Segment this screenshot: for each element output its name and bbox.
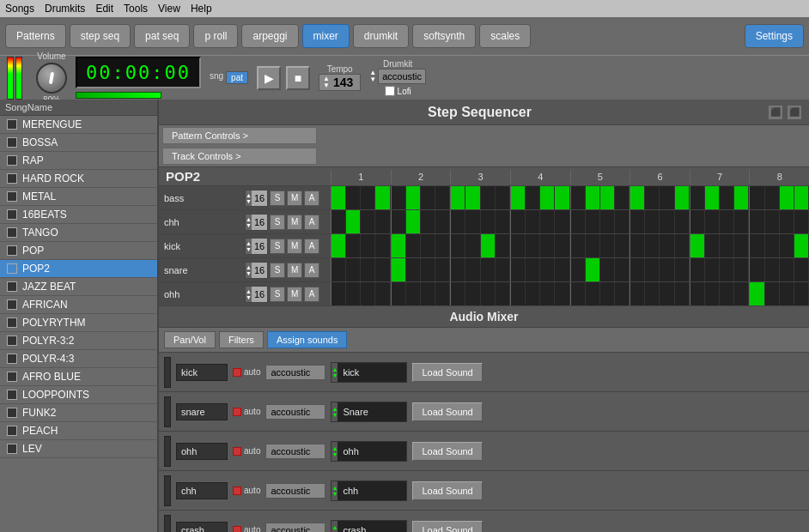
sound-up-snare[interactable]: ▲ bbox=[332, 406, 338, 412]
cell-4-10[interactable] bbox=[481, 282, 496, 305]
sidebar-item-pop2[interactable]: POP2 bbox=[0, 260, 157, 278]
load-sound-button-chh[interactable]: Load Sound bbox=[412, 481, 482, 500]
cell-0-14[interactable] bbox=[540, 186, 555, 209]
track-btn-a-ohh[interactable]: A bbox=[304, 287, 319, 302]
cell-4-4[interactable] bbox=[392, 282, 406, 305]
track-btn-m-bass[interactable]: M bbox=[287, 190, 302, 206]
cell-2-13[interactable] bbox=[526, 234, 540, 257]
cell-1-30[interactable] bbox=[780, 210, 794, 233]
cell-4-5[interactable] bbox=[406, 282, 421, 305]
track-controls-button[interactable]: Track Controls > bbox=[162, 148, 317, 165]
sidebar-item-polyr-4-3[interactable]: POLYR-4:3 bbox=[0, 350, 157, 368]
cell-3-19[interactable] bbox=[615, 258, 630, 281]
cell-4-7[interactable] bbox=[435, 282, 450, 305]
cell-3-6[interactable] bbox=[421, 258, 435, 281]
cell-3-8[interactable] bbox=[451, 258, 465, 281]
cell-2-15[interactable] bbox=[555, 234, 569, 257]
tab-scales[interactable]: scales bbox=[479, 24, 531, 48]
cell-0-17[interactable] bbox=[586, 186, 600, 209]
cell-2-16[interactable] bbox=[571, 234, 586, 257]
cell-0-7[interactable] bbox=[435, 186, 450, 209]
tab-patterns[interactable]: Patterns bbox=[5, 24, 66, 48]
cell-0-6[interactable] bbox=[421, 186, 435, 209]
cell-3-14[interactable] bbox=[540, 258, 555, 281]
cell-0-23[interactable] bbox=[675, 186, 690, 209]
cell-1-15[interactable] bbox=[555, 210, 569, 233]
cell-1-25[interactable] bbox=[705, 210, 720, 233]
channel-kit-crash[interactable]: accoustic bbox=[265, 523, 325, 533]
sound-up-crash[interactable]: ▲ bbox=[332, 524, 338, 530]
sound-down-snare[interactable]: ▼ bbox=[332, 412, 338, 418]
sidebar-item-looppoints[interactable]: LOOPPOINTS bbox=[0, 386, 157, 404]
cell-3-17[interactable] bbox=[586, 258, 600, 281]
track-btn-m-chh[interactable]: M bbox=[287, 215, 302, 230]
sidebar-item-hard-rock[interactable]: HARD ROCK bbox=[0, 170, 157, 188]
mixer-tab-panvol[interactable]: Pan/Vol bbox=[164, 331, 216, 348]
cell-4-8[interactable] bbox=[451, 282, 465, 305]
stop-button[interactable]: ■ bbox=[286, 66, 310, 90]
cell-2-29[interactable] bbox=[765, 234, 780, 257]
menu-tools[interactable]: Tools bbox=[124, 3, 148, 15]
channel-kit-chh[interactable]: accoustic bbox=[265, 483, 325, 499]
cell-4-19[interactable] bbox=[615, 282, 630, 305]
channel-kit-snare[interactable]: accoustic bbox=[265, 404, 325, 420]
cell-0-4[interactable] bbox=[392, 186, 406, 209]
mixer-tab-assign[interactable]: Assign sounds bbox=[267, 331, 348, 348]
cell-4-13[interactable] bbox=[526, 282, 540, 305]
cell-0-11[interactable] bbox=[496, 186, 510, 209]
cell-2-30[interactable] bbox=[780, 234, 794, 257]
track-btn-s-snare[interactable]: S bbox=[270, 263, 285, 278]
cell-4-18[interactable] bbox=[600, 282, 615, 305]
cell-1-13[interactable] bbox=[526, 210, 540, 233]
cell-0-29[interactable] bbox=[765, 186, 780, 209]
cell-1-10[interactable] bbox=[481, 210, 496, 233]
cell-0-8[interactable] bbox=[451, 186, 465, 209]
sound-spinner-chh[interactable]: ▲ ▼ chh bbox=[331, 481, 407, 501]
tab-step-seq[interactable]: step seq bbox=[70, 24, 131, 48]
cell-3-7[interactable] bbox=[435, 258, 450, 281]
sidebar-item-polyrythm[interactable]: POLYRYTHM bbox=[0, 314, 157, 332]
cell-4-31[interactable] bbox=[794, 282, 809, 305]
cell-4-17[interactable] bbox=[586, 282, 600, 305]
cell-2-5[interactable] bbox=[406, 234, 421, 257]
lofi-checkbox[interactable] bbox=[385, 86, 395, 96]
sidebar-item-bossa[interactable]: BOSSA bbox=[0, 134, 157, 152]
track-spinner-chh[interactable]: ▲▼16 bbox=[245, 214, 268, 231]
cell-1-20[interactable] bbox=[630, 210, 645, 233]
sound-up-ohh[interactable]: ▲ bbox=[332, 445, 338, 451]
cell-2-0[interactable] bbox=[332, 234, 346, 257]
sidebar-item-metal[interactable]: METAL bbox=[0, 188, 157, 206]
cell-0-0[interactable] bbox=[332, 186, 346, 209]
cell-1-12[interactable] bbox=[511, 210, 526, 233]
cell-3-28[interactable] bbox=[750, 258, 764, 281]
cell-3-25[interactable] bbox=[705, 258, 720, 281]
cell-3-26[interactable] bbox=[720, 258, 734, 281]
sidebar-item-polyr-3-2[interactable]: POLYR-3:2 bbox=[0, 332, 157, 350]
cell-0-20[interactable] bbox=[630, 186, 645, 209]
cell-2-3[interactable] bbox=[375, 234, 390, 257]
cell-1-27[interactable] bbox=[734, 210, 749, 233]
cell-4-2[interactable] bbox=[361, 282, 375, 305]
cell-3-13[interactable] bbox=[526, 258, 540, 281]
cell-4-26[interactable] bbox=[720, 282, 734, 305]
cell-0-16[interactable] bbox=[571, 186, 586, 209]
cell-1-18[interactable] bbox=[600, 210, 615, 233]
track-btn-m-ohh[interactable]: M bbox=[287, 287, 302, 302]
cell-2-21[interactable] bbox=[645, 234, 660, 257]
sidebar-item-jazz-beat[interactable]: JAZZ BEAT bbox=[0, 278, 157, 296]
track-btn-a-chh[interactable]: A bbox=[304, 215, 319, 230]
cell-4-16[interactable] bbox=[571, 282, 586, 305]
cell-1-14[interactable] bbox=[540, 210, 555, 233]
cell-2-22[interactable] bbox=[660, 234, 674, 257]
sidebar-item-peach[interactable]: PEACH bbox=[0, 422, 157, 440]
cell-3-27[interactable] bbox=[734, 258, 749, 281]
load-sound-button-ohh[interactable]: Load Sound bbox=[412, 442, 482, 461]
cell-4-30[interactable] bbox=[780, 282, 794, 305]
cell-2-2[interactable] bbox=[361, 234, 375, 257]
menu-help[interactable]: Help bbox=[191, 3, 212, 15]
track-spinner-bass[interactable]: ▲▼16 bbox=[245, 190, 268, 207]
tab-softsynth[interactable]: softsynth bbox=[412, 24, 476, 48]
auto-dot-snare[interactable] bbox=[233, 408, 241, 416]
play-button[interactable]: ▶ bbox=[257, 66, 281, 90]
cell-0-10[interactable] bbox=[481, 186, 496, 209]
